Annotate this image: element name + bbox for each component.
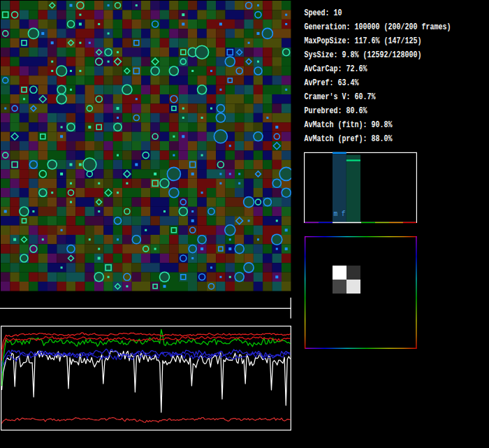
svg-text:Generation: 100000 (200/200 fr: Generation: 100000 (200/200 frames) bbox=[305, 22, 451, 32]
svg-text:SysSize: 9.8% (12592/128000): SysSize: 9.8% (12592/128000) bbox=[305, 50, 422, 60]
svg-text:Purebred: 80.6%: Purebred: 80.6% bbox=[305, 106, 367, 116]
svg-text:AvMatch (fitn): 90.8%: AvMatch (fitn): 90.8% bbox=[305, 120, 393, 130]
svg-text:Speed: 10: Speed: 10 bbox=[305, 8, 342, 18]
svg-text:AvMatch (pref): 88.0%: AvMatch (pref): 88.0% bbox=[305, 133, 393, 144]
svg-text:MaxPopSize: 117.6% (147/125): MaxPopSize: 117.6% (147/125) bbox=[305, 36, 422, 46]
svg-text:AvPref: 63.4%: AvPref: 63.4% bbox=[305, 78, 359, 88]
svg-text:Cramer's V: 60.7%: Cramer's V: 60.7% bbox=[305, 92, 376, 102]
svg-text:m f: m f bbox=[334, 209, 346, 218]
svg-text:AvCarCap: 72.6%: AvCarCap: 72.6% bbox=[305, 64, 367, 74]
